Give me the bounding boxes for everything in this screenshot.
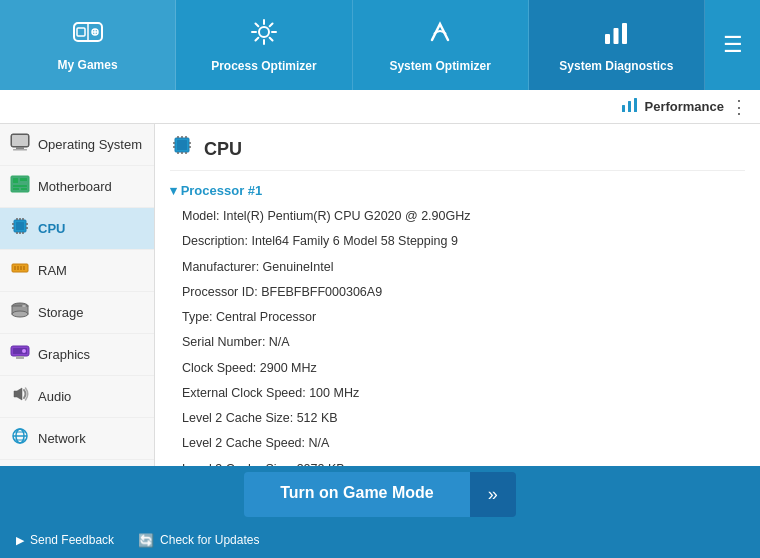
nav-label-my-games: My Games	[58, 58, 118, 72]
svg-rect-46	[16, 356, 24, 359]
top-navigation: My Games Process Optimizer System Optimi…	[0, 0, 760, 90]
svg-rect-18	[13, 178, 18, 183]
games-icon	[73, 19, 103, 52]
detail-header: CPU	[170, 134, 745, 171]
info-row: Level 2 Cache Speed: N/A	[170, 431, 745, 456]
nav-item-process-optimizer[interactable]: Process Optimizer	[176, 0, 352, 90]
info-row: External Clock Speed: 100 MHz	[170, 381, 745, 406]
check-updates-label: Check for Updates	[160, 533, 259, 547]
feedback-icon: ▶	[16, 534, 24, 547]
storage-icon	[10, 301, 30, 324]
svg-rect-9	[622, 23, 627, 44]
more-options-icon[interactable]: ⋮	[730, 96, 748, 118]
svg-rect-10	[622, 105, 625, 112]
svg-point-43	[22, 305, 26, 307]
sidebar-item-operating-system[interactable]: Operating System	[0, 124, 154, 166]
sidebar-item-network[interactable]: Network	[0, 418, 154, 460]
game-mode-arrow-icon: »	[470, 472, 516, 517]
sidebar-label-network: Network	[38, 431, 86, 446]
svg-marker-48	[14, 388, 22, 400]
nav-item-system-optimizer[interactable]: System Optimizer	[353, 0, 529, 90]
detail-panel: CPU Processor #1 Model: Intel(R) Pentium…	[155, 124, 760, 466]
svg-rect-20	[13, 185, 27, 187]
main-content: Operating System Motherboard CPU RAM Sto…	[0, 124, 760, 466]
send-feedback-label: Send Feedback	[30, 533, 114, 547]
updates-icon: 🔄	[138, 533, 154, 548]
svg-rect-16	[12, 135, 28, 146]
sidebar-item-storage[interactable]: Storage	[0, 292, 154, 334]
svg-rect-39	[23, 266, 25, 270]
sidebar-label-storage: Storage	[38, 305, 84, 320]
detail-cpu-icon	[170, 134, 194, 164]
game-mode-bar: Turn on Game Mode »	[0, 466, 760, 522]
sub-toolbar: Performance ⋮	[0, 90, 760, 124]
nav-item-system-diagnostics[interactable]: System Diagnostics	[529, 0, 705, 90]
game-mode-button[interactable]: Turn on Game Mode »	[244, 472, 516, 517]
audio-icon	[10, 385, 30, 408]
performance-icon	[621, 97, 639, 117]
svg-rect-55	[177, 140, 187, 150]
bottom-bar: ▶ Send Feedback 🔄 Check for Updates	[0, 522, 760, 558]
processor-title: Processor #1	[170, 183, 745, 198]
svg-rect-19	[20, 178, 27, 181]
svg-rect-38	[20, 266, 22, 270]
sidebar-item-ram[interactable]: RAM	[0, 250, 154, 292]
svg-point-42	[12, 311, 28, 317]
hamburger-icon: ☰	[723, 32, 743, 58]
svg-rect-24	[16, 222, 24, 230]
nav-label-process-optimizer: Process Optimizer	[211, 59, 316, 73]
info-row: Level 3 Cache Size: 3072 KB	[170, 457, 745, 467]
sidebar-item-audio[interactable]: Audio	[0, 376, 154, 418]
sidebar-label-audio: Audio	[38, 389, 71, 404]
check-updates-item[interactable]: 🔄 Check for Updates	[138, 533, 259, 548]
info-row: Model: Intel(R) Pentium(R) CPU G2020 @ 2…	[170, 204, 745, 229]
sidebar-label-motherboard: Motherboard	[38, 179, 112, 194]
cpu-icon	[10, 217, 30, 240]
game-mode-text: Turn on Game Mode	[244, 472, 469, 517]
info-row: Level 2 Cache Size: 512 KB	[170, 406, 745, 431]
svg-rect-8	[614, 28, 619, 44]
info-row: Type: Central Processor	[170, 305, 745, 330]
network-icon	[10, 427, 30, 450]
ram-icon	[10, 259, 30, 282]
info-row: Clock Speed: 2900 MHz	[170, 356, 745, 381]
svg-rect-22	[21, 188, 27, 190]
detail-title: CPU	[204, 139, 242, 160]
svg-point-47	[22, 349, 26, 353]
nav-label-system-optimizer: System Optimizer	[389, 59, 490, 73]
nav-item-my-games[interactable]: My Games	[0, 0, 176, 90]
info-row: Manufacturer: GenuineIntel	[170, 255, 745, 280]
process-optimizer-icon	[250, 18, 278, 53]
sidebar-item-motherboard[interactable]: Motherboard	[0, 166, 154, 208]
processor-section: Processor #1 Model: Intel(R) Pentium(R) …	[170, 183, 745, 466]
info-row: Description: Intel64 Family 6 Model 58 S…	[170, 229, 745, 254]
svg-rect-12	[634, 98, 637, 112]
operating-system-icon	[10, 133, 30, 156]
info-row: Processor ID: BFEBFBFF000306A9	[170, 280, 745, 305]
hamburger-menu[interactable]: ☰	[705, 0, 760, 90]
info-row: Serial Number: N/A	[170, 330, 745, 355]
performance-label: Performance	[621, 97, 724, 117]
sidebar-label-ram: RAM	[38, 263, 67, 278]
nav-label-system-diagnostics: System Diagnostics	[559, 59, 673, 73]
svg-rect-36	[14, 266, 16, 270]
svg-rect-37	[17, 266, 19, 270]
sidebar-label-operating-system: Operating System	[38, 137, 142, 152]
svg-rect-7	[605, 34, 610, 44]
sidebar-item-cpu[interactable]: CPU	[0, 208, 154, 250]
svg-rect-15	[13, 149, 27, 151]
sidebar-item-graphics[interactable]: Graphics	[0, 334, 154, 376]
system-diagnostics-icon	[602, 18, 630, 53]
sidebar-label-graphics: Graphics	[38, 347, 90, 362]
svg-point-6	[259, 27, 269, 37]
send-feedback-item[interactable]: ▶ Send Feedback	[16, 533, 114, 547]
graphics-icon	[10, 343, 30, 366]
sidebar: Operating System Motherboard CPU RAM Sto…	[0, 124, 155, 466]
system-optimizer-icon	[426, 18, 454, 53]
svg-rect-11	[628, 101, 631, 112]
sidebar-label-cpu: CPU	[38, 221, 65, 236]
motherboard-icon	[10, 175, 30, 198]
svg-rect-21	[13, 188, 19, 190]
svg-rect-2	[77, 28, 85, 36]
